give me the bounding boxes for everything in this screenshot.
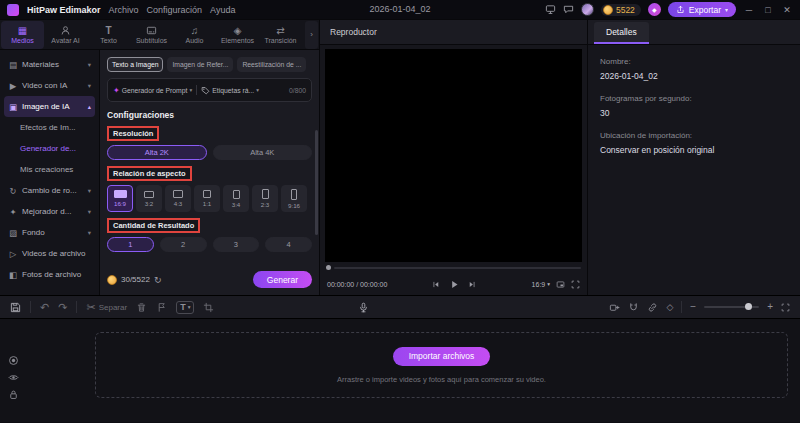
fullscreen-icon[interactable] bbox=[571, 280, 580, 289]
resolution-options: Alta 2K Alta 4K bbox=[107, 145, 312, 160]
panel-scrollbar[interactable] bbox=[315, 130, 318, 235]
crop-icon[interactable] bbox=[203, 302, 214, 313]
voiceover-mic-icon[interactable] bbox=[358, 302, 369, 313]
avatar[interactable] bbox=[581, 3, 594, 16]
import-files-button[interactable]: Importar archivos bbox=[393, 347, 491, 366]
redo-icon[interactable]: ↷ bbox=[58, 302, 67, 313]
count-option-1[interactable]: 1 bbox=[107, 237, 154, 252]
keyframe-icon[interactable]: ◇ bbox=[666, 302, 673, 312]
sidebar-item-mis-creaciones[interactable]: Mis creaciones bbox=[4, 159, 95, 180]
generate-button[interactable]: Generar bbox=[253, 271, 312, 288]
resolution-option-2k[interactable]: Alta 2K bbox=[107, 145, 207, 160]
ratio-shape-icon bbox=[144, 191, 154, 198]
aspect-option-16-9[interactable]: 16:9 bbox=[107, 185, 133, 212]
tab-reestilizacion[interactable]: Reestilización de ... bbox=[237, 57, 306, 72]
delete-icon[interactable] bbox=[136, 302, 147, 313]
sidebar-item-mejorador[interactable]: ✦ Mejorador d... ▾ bbox=[4, 201, 95, 222]
zoom-in-icon[interactable]: + bbox=[767, 302, 773, 312]
play-button[interactable] bbox=[448, 279, 459, 290]
ratio-shape-icon bbox=[262, 189, 269, 199]
tab-audio[interactable]: ♫ Audio bbox=[173, 21, 216, 49]
image-generator-panel: Texto a Imagen Imagen de Refer... Reesti… bbox=[100, 50, 319, 295]
zoom-out-icon[interactable]: − bbox=[690, 302, 696, 312]
export-button[interactable]: Exportar ▾ bbox=[668, 2, 736, 17]
menu-archivo[interactable]: Archivo bbox=[109, 5, 139, 15]
tab-subtitulos[interactable]: Subtítulos bbox=[130, 21, 173, 49]
sidebar-item-efectos-imagen[interactable]: Efectos de Im... bbox=[4, 117, 95, 138]
count-option-2[interactable]: 2 bbox=[160, 237, 207, 252]
maximize-button[interactable]: □ bbox=[762, 5, 774, 15]
tab-transicion[interactable]: ⇄ Transición bbox=[259, 21, 302, 49]
minimize-button[interactable]: ─ bbox=[743, 5, 755, 15]
aspect-option-3-4[interactable]: 3:4 bbox=[223, 185, 249, 212]
quick-tags-dropdown[interactable]: Etiquetas rá... ▾ bbox=[201, 86, 259, 95]
link-icon[interactable] bbox=[647, 302, 658, 313]
feedback-icon[interactable] bbox=[563, 4, 574, 15]
resolution-label-annotated: Resolución bbox=[107, 126, 159, 141]
canvas-ratio-select[interactable]: 16:9 ▾ bbox=[532, 281, 550, 288]
media-dropzone[interactable]: Importar archivos Arrastre o importe vid… bbox=[95, 332, 788, 398]
transition-icon: ⇄ bbox=[276, 25, 284, 36]
display-icon[interactable] bbox=[545, 4, 556, 15]
marker-icon[interactable] bbox=[156, 302, 167, 313]
sidebar-item-generador-imagen[interactable]: Generador de... bbox=[4, 138, 95, 159]
prompt-input-box[interactable]: ✦ Generador de Prompt ▾ Etiquetas rá... … bbox=[107, 78, 312, 102]
split-button[interactable]: ✂ Separar bbox=[86, 302, 127, 313]
more-tabs-chevron[interactable]: › bbox=[305, 21, 318, 49]
aspect-label-annotated: Relación de aspecto bbox=[107, 166, 192, 181]
credits-badge[interactable]: 5522 bbox=[601, 4, 641, 16]
tab-detalles[interactable]: Detalles bbox=[594, 22, 649, 44]
close-button[interactable]: ✕ bbox=[781, 5, 793, 15]
ratio-shape-icon bbox=[233, 190, 240, 199]
count-option-4[interactable]: 4 bbox=[265, 237, 312, 252]
tab-imagen-referencia[interactable]: Imagen de Refer... bbox=[167, 57, 233, 72]
add-track-icon[interactable] bbox=[609, 302, 620, 313]
resolution-option-4k[interactable]: Alta 4K bbox=[213, 145, 313, 160]
tab-medios[interactable]: ▦ Medios bbox=[1, 21, 44, 49]
chevron-down-icon: ▾ bbox=[88, 187, 91, 195]
menu-ayuda[interactable]: Ayuda bbox=[210, 5, 235, 15]
save-icon[interactable] bbox=[10, 302, 21, 313]
aspect-option-2-3[interactable]: 2:3 bbox=[252, 185, 278, 212]
track-tools bbox=[8, 355, 19, 400]
fit-timeline-icon[interactable] bbox=[781, 303, 790, 312]
snapshot-icon[interactable] bbox=[556, 280, 565, 289]
next-frame-button[interactable] bbox=[467, 280, 476, 289]
sidebar-item-videos-archivo[interactable]: ▷ Videos de archivo bbox=[4, 243, 95, 264]
aspect-option-4-3[interactable]: 4:3 bbox=[165, 185, 191, 212]
prompt-generator-dropdown[interactable]: ✦ Generador de Prompt ▾ bbox=[113, 86, 192, 95]
magnet-icon[interactable] bbox=[628, 302, 639, 313]
text-tool-icon: T bbox=[180, 302, 186, 312]
previous-frame-button[interactable] bbox=[431, 280, 440, 289]
seek-bar[interactable] bbox=[320, 262, 587, 273]
count-option-3[interactable]: 3 bbox=[213, 237, 260, 252]
details-panel: Detalles Nombre: 2026-01-04_02 Fotograma… bbox=[588, 20, 800, 295]
tab-elementos[interactable]: ◈ Elementos bbox=[216, 21, 259, 49]
tab-texto[interactable]: T Texto bbox=[87, 21, 130, 49]
sidebar-item-materiales[interactable]: ▤ Materiales ▾ bbox=[4, 54, 95, 75]
lock-icon[interactable] bbox=[8, 389, 19, 400]
playhead-handle[interactable] bbox=[326, 265, 331, 270]
tab-texto-a-imagen[interactable]: Texto a Imagen bbox=[107, 57, 163, 72]
vip-icon[interactable]: ◆ bbox=[648, 3, 661, 16]
sidebar-item-fondo[interactable]: ▨ Fondo ▾ bbox=[4, 222, 95, 243]
timeline-zoom-slider[interactable] bbox=[704, 306, 759, 308]
aspect-option-1-1[interactable]: 1:1 bbox=[194, 185, 220, 212]
tab-avatar-ai[interactable]: Avatar AI bbox=[44, 21, 87, 49]
credits-cost: 30/5522 bbox=[121, 275, 150, 284]
menu-configuracion[interactable]: Configuración bbox=[147, 5, 203, 15]
aspect-option-9-16[interactable]: 9:16 bbox=[281, 185, 307, 212]
text-tool-button[interactable]: T ▾ bbox=[176, 301, 194, 314]
seek-track[interactable] bbox=[334, 267, 581, 269]
aspect-option-3-2[interactable]: 3:2 bbox=[136, 185, 162, 212]
sidebar-item-cambio-rostro[interactable]: ↻ Cambio de ro... ▾ bbox=[4, 180, 95, 201]
video-canvas[interactable] bbox=[325, 49, 582, 262]
sidebar-item-fotos-archivo[interactable]: ◧ Fotos de archivo bbox=[4, 264, 95, 285]
refresh-icon[interactable]: ↻ bbox=[154, 275, 162, 285]
sidebar-item-imagen-ia[interactable]: ▣ Imagen de IA ▴ bbox=[4, 96, 95, 117]
undo-icon[interactable]: ↶ bbox=[40, 302, 49, 313]
zoom-slider-handle[interactable] bbox=[745, 303, 752, 310]
eye-icon[interactable] bbox=[8, 372, 19, 383]
record-voiceover-icon[interactable] bbox=[8, 355, 19, 366]
sidebar-item-video-ia[interactable]: ▶ Video con IA ▾ bbox=[4, 75, 95, 96]
